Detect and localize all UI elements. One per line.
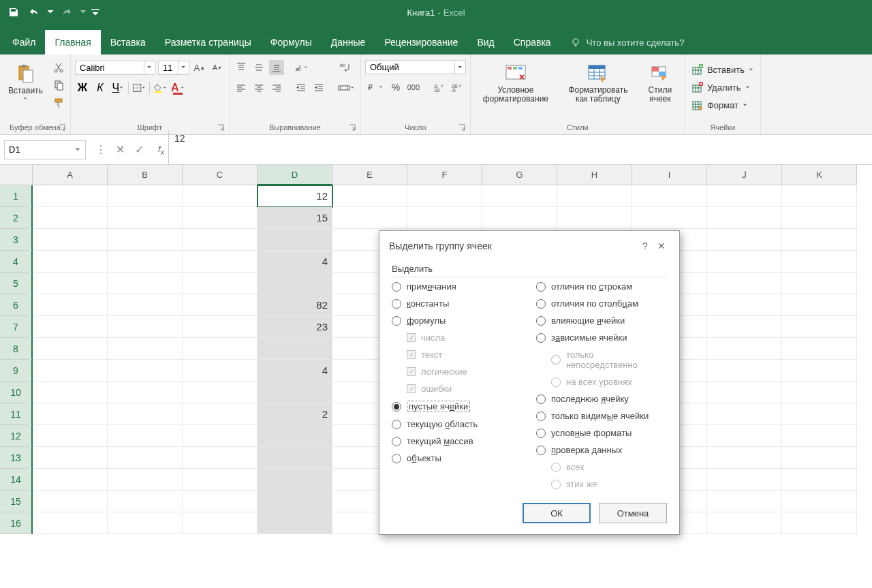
save-icon[interactable] <box>5 4 22 20</box>
cell-B12[interactable] <box>108 425 183 447</box>
chevron-down-icon[interactable] <box>144 61 155 74</box>
cell-J14[interactable] <box>707 469 782 491</box>
cell-A9[interactable] <box>33 360 108 382</box>
cell-K3[interactable] <box>782 229 857 251</box>
cell-F1[interactable] <box>407 185 482 207</box>
font-size-input[interactable] <box>159 61 178 74</box>
cell-J4[interactable] <box>707 251 782 273</box>
radio-condfmt[interactable]: условные форматы <box>536 428 667 438</box>
cell-H2[interactable] <box>557 207 632 229</box>
cell-K5[interactable] <box>782 273 857 294</box>
ok-button[interactable]: ОК <box>523 503 591 523</box>
number-format-combo[interactable] <box>365 60 466 74</box>
cell-C16[interactable] <box>183 512 258 534</box>
cell-B11[interactable] <box>108 403 183 425</box>
cell-J7[interactable] <box>707 316 782 338</box>
cell-C3[interactable] <box>183 229 258 251</box>
cell-K11[interactable] <box>782 403 857 425</box>
cell-K2[interactable] <box>782 207 857 229</box>
row-header-10[interactable]: 10 <box>0 382 33 403</box>
radio-validation[interactable]: проверка данных <box>536 445 667 455</box>
cell-H1[interactable] <box>557 185 632 207</box>
radio-objects[interactable]: объекты <box>392 453 523 463</box>
cell-J3[interactable] <box>707 229 782 251</box>
cell-A16[interactable] <box>33 512 108 534</box>
qat-customize-icon[interactable] <box>91 4 99 20</box>
tab-help[interactable]: Справка <box>504 30 561 55</box>
cell-B7[interactable] <box>108 316 183 338</box>
column-header-F[interactable]: F <box>407 165 482 185</box>
cell-styles-button[interactable]: Стили ячеек <box>640 60 681 106</box>
cell-J10[interactable] <box>707 382 782 403</box>
cell-B3[interactable] <box>108 229 183 251</box>
row-header-16[interactable]: 16 <box>0 512 33 534</box>
bold-button[interactable]: Ж <box>75 80 90 95</box>
tab-home[interactable]: Главная <box>45 30 100 55</box>
cell-B5[interactable] <box>108 273 183 294</box>
cell-C15[interactable] <box>183 491 258 512</box>
increase-decimal-icon[interactable]: .0.00 <box>432 80 447 95</box>
increase-indent-icon[interactable] <box>311 80 326 95</box>
cell-E1[interactable] <box>332 185 407 207</box>
cell-B2[interactable] <box>108 207 183 229</box>
cell-D4[interactable]: 4 <box>258 251 332 273</box>
cell-I2[interactable] <box>632 207 707 229</box>
functions-dropdown-icon[interactable]: ⋮ <box>93 142 109 158</box>
dialog-launcher-icon[interactable] <box>348 123 356 131</box>
cell-K6[interactable] <box>782 294 857 316</box>
cell-B6[interactable] <box>108 294 183 316</box>
cell-C10[interactable] <box>183 382 258 403</box>
cell-D9[interactable]: 4 <box>258 360 332 382</box>
wrap-text-icon[interactable]: ab <box>336 60 356 75</box>
cell-J1[interactable] <box>707 185 782 207</box>
cell-A5[interactable] <box>33 273 108 294</box>
align-left-icon[interactable] <box>234 80 249 95</box>
cell-A6[interactable] <box>33 294 108 316</box>
row-header-9[interactable]: 9 <box>0 360 33 382</box>
cell-B14[interactable] <box>108 469 183 491</box>
radio-coldiff[interactable]: отличия по столбцам <box>536 298 667 309</box>
cell-K7[interactable] <box>782 316 857 338</box>
row-header-13[interactable]: 13 <box>0 447 33 469</box>
cell-A12[interactable] <box>33 425 108 447</box>
column-header-I[interactable]: I <box>632 165 707 185</box>
column-header-C[interactable]: C <box>183 165 258 185</box>
cell-A11[interactable] <box>33 403 108 425</box>
dialog-launcher-icon[interactable] <box>458 123 466 131</box>
radio-array[interactable]: текущий массив <box>392 436 523 446</box>
cell-B9[interactable] <box>108 360 183 382</box>
cell-C12[interactable] <box>183 425 258 447</box>
tab-view[interactable]: Вид <box>467 30 503 55</box>
cell-C1[interactable] <box>183 185 258 207</box>
column-header-E[interactable]: E <box>332 165 407 185</box>
dialog-launcher-icon[interactable] <box>58 123 66 131</box>
row-header-5[interactable]: 5 <box>0 273 33 294</box>
cell-D15[interactable] <box>258 491 332 512</box>
align-bottom-icon[interactable] <box>269 60 284 75</box>
cell-C2[interactable] <box>183 207 258 229</box>
undo-icon[interactable] <box>26 4 42 20</box>
row-header-11[interactable]: 11 <box>0 403 33 425</box>
cell-K4[interactable] <box>782 251 857 273</box>
fx-icon[interactable]: fx <box>154 144 168 156</box>
cell-J13[interactable] <box>707 447 782 469</box>
cell-A1[interactable] <box>33 185 108 207</box>
cell-A3[interactable] <box>33 229 108 251</box>
decrease-decimal-icon[interactable]: .00.0 <box>450 80 465 95</box>
radio-rowdiff[interactable]: отличия по строкам <box>536 281 667 292</box>
fill-color-icon[interactable] <box>153 80 168 95</box>
cell-J6[interactable] <box>707 294 782 316</box>
cell-D10[interactable] <box>258 382 332 403</box>
cell-D2[interactable]: 15 <box>258 207 332 229</box>
font-name-combo[interactable] <box>75 61 155 75</box>
conditional-formatting-button[interactable]: Условное форматирование <box>475 60 557 106</box>
paste-button[interactable]: Вставить <box>4 60 47 104</box>
row-header-8[interactable]: 8 <box>0 338 33 360</box>
cell-D3[interactable] <box>258 229 332 251</box>
cell-K15[interactable] <box>782 491 857 512</box>
row-header-3[interactable]: 3 <box>0 229 33 251</box>
cell-C13[interactable] <box>183 447 258 469</box>
cell-B16[interactable] <box>108 512 183 534</box>
format-cells-button[interactable]: Формат <box>689 98 750 112</box>
cell-K9[interactable] <box>782 360 857 382</box>
